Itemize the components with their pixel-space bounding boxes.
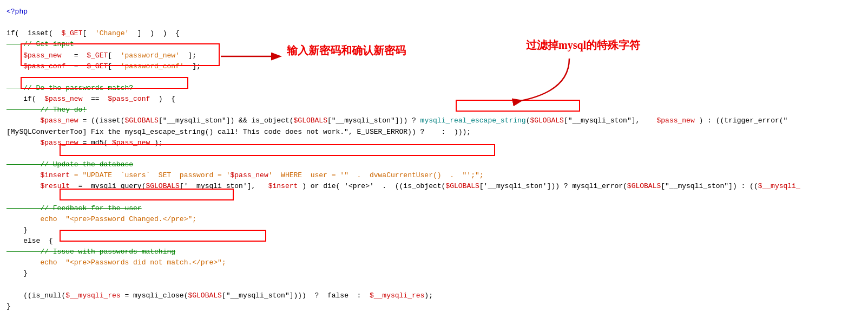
- code-line: // Get input: [6, 39, 862, 50]
- code-line: $pass_new = md5( $pass_new );: [6, 138, 862, 148]
- annotation-filter-special: 过滤掉mysql的特殊字符: [526, 38, 640, 53]
- code-line: $insert = "UPDATE `users` SET password =…: [6, 170, 862, 181]
- code-line: echo "<pre>Passwords did not match.</pre…: [6, 257, 862, 268]
- code-line: // Update the database: [6, 159, 862, 170]
- code-line: [6, 192, 862, 203]
- code-line: $pass_new = $_GET[ 'password_new' ];: [6, 50, 862, 61]
- code-line: ((is_null($__mysqli_res = mysqli_close($…: [6, 290, 862, 301]
- code-line: $result = mysqli_query($GLOBALS['__mysql…: [6, 181, 862, 192]
- code-line: else {: [6, 236, 862, 247]
- code-line: echo "<pre>Password Changed.</pre>";: [6, 214, 862, 225]
- code-line: [6, 280, 862, 290]
- code-line: if( isset( $_GET[ 'Change' ] ) ) {: [6, 28, 862, 39]
- code-line: // Feedback for the user: [6, 203, 862, 214]
- code-line: [6, 72, 862, 83]
- code-block: <?php if( isset( $_GET[ 'Change' ] ) ) {…: [6, 7, 862, 311]
- code-line: $pass_conf = $_GET[ 'password_conf' ];: [6, 61, 862, 72]
- code-line: [6, 148, 862, 159]
- code-line: [MySQLConverterToo] Fix the mysql_escape…: [6, 127, 862, 138]
- code-line: }: [6, 301, 862, 311]
- code-line: }: [6, 268, 862, 279]
- code-line: <?php: [6, 7, 862, 17]
- code-line: [6, 17, 862, 28]
- code-line: // Do the passwords match?: [6, 83, 862, 94]
- annotation-input-password: 输入新密码和确认新密码: [287, 43, 406, 58]
- code-line: if( $pass_new == $pass_conf ) {: [6, 94, 862, 105]
- code-line: $pass_new = ((isset($GLOBALS["__mysqli_s…: [6, 115, 862, 126]
- code-container: <?php if( isset( $_GET[ 'Change' ] ) ) {…: [6, 4, 862, 311]
- code-line: // They do!: [6, 105, 862, 115]
- code-line: }: [6, 225, 862, 236]
- code-line: // Issue with passwords matching: [6, 247, 862, 257]
